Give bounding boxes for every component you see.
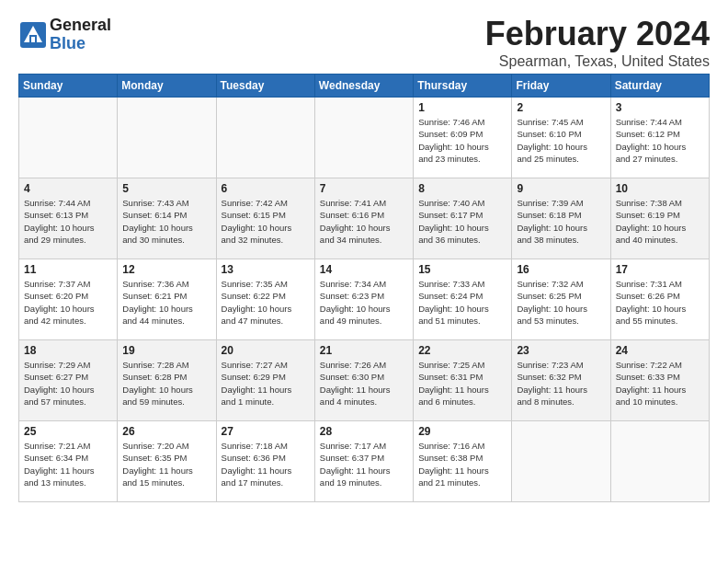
day-number: 5 xyxy=(122,182,210,195)
day-info: Sunrise: 7:28 AM Sunset: 6:28 PM Dayligh… xyxy=(122,359,210,408)
day-info: Sunrise: 7:35 AM Sunset: 6:22 PM Dayligh… xyxy=(222,278,310,327)
day-of-week-header: Thursday xyxy=(414,75,512,98)
logo-icon xyxy=(20,22,46,48)
calendar-day-cell: 1Sunrise: 7:46 AM Sunset: 6:09 PM Daylig… xyxy=(414,98,512,178)
day-info: Sunrise: 7:42 AM Sunset: 6:15 PM Dayligh… xyxy=(222,197,310,246)
day-info: Sunrise: 7:37 AM Sunset: 6:20 PM Dayligh… xyxy=(24,278,112,327)
calendar-day-cell xyxy=(512,421,610,502)
day-info: Sunrise: 7:44 AM Sunset: 6:12 PM Dayligh… xyxy=(616,116,704,165)
day-number: 6 xyxy=(222,182,310,195)
calendar-day-cell xyxy=(216,98,314,178)
calendar-table: SundayMondayTuesdayWednesdayThursdayFrid… xyxy=(18,74,710,502)
calendar-header-row: SundayMondayTuesdayWednesdayThursdayFrid… xyxy=(19,75,710,98)
day-info: Sunrise: 7:17 AM Sunset: 6:37 PM Dayligh… xyxy=(320,440,408,488)
day-number: 7 xyxy=(320,182,408,195)
day-info: Sunrise: 7:39 AM Sunset: 6:18 PM Dayligh… xyxy=(517,197,605,246)
calendar-day-cell: 8Sunrise: 7:40 AM Sunset: 6:17 PM Daylig… xyxy=(414,178,512,259)
day-number: 24 xyxy=(616,344,704,357)
calendar-day-cell: 17Sunrise: 7:31 AM Sunset: 6:26 PM Dayli… xyxy=(610,259,709,340)
calendar-day-cell: 28Sunrise: 7:17 AM Sunset: 6:37 PM Dayli… xyxy=(314,421,413,502)
day-number: 20 xyxy=(222,344,310,357)
calendar-day-cell: 4Sunrise: 7:44 AM Sunset: 6:13 PM Daylig… xyxy=(19,178,118,259)
calendar-day-cell xyxy=(118,98,216,178)
day-info: Sunrise: 7:41 AM Sunset: 6:16 PM Dayligh… xyxy=(320,197,408,246)
svg-rect-3 xyxy=(31,37,35,42)
day-info: Sunrise: 7:33 AM Sunset: 6:24 PM Dayligh… xyxy=(418,278,506,327)
day-info: Sunrise: 7:38 AM Sunset: 6:19 PM Dayligh… xyxy=(616,197,704,246)
day-info: Sunrise: 7:22 AM Sunset: 6:33 PM Dayligh… xyxy=(616,359,704,408)
day-info: Sunrise: 7:16 AM Sunset: 6:38 PM Dayligh… xyxy=(418,440,506,488)
calendar-day-cell: 15Sunrise: 7:33 AM Sunset: 6:24 PM Dayli… xyxy=(414,259,512,340)
day-number: 3 xyxy=(616,101,704,114)
day-number: 4 xyxy=(24,182,112,195)
location-subtitle: Spearman, Texas, United States xyxy=(18,53,710,70)
calendar-day-cell: 20Sunrise: 7:27 AM Sunset: 6:29 PM Dayli… xyxy=(216,340,314,421)
day-number: 29 xyxy=(418,425,506,438)
calendar-day-cell: 19Sunrise: 7:28 AM Sunset: 6:28 PM Dayli… xyxy=(118,340,216,421)
calendar-day-cell: 22Sunrise: 7:25 AM Sunset: 6:31 PM Dayli… xyxy=(414,340,512,421)
day-info: Sunrise: 7:25 AM Sunset: 6:31 PM Dayligh… xyxy=(418,359,506,408)
logo: General Blue xyxy=(20,17,111,53)
day-info: Sunrise: 7:18 AM Sunset: 6:36 PM Dayligh… xyxy=(222,440,310,488)
day-number: 14 xyxy=(320,263,408,276)
calendar-day-cell: 6Sunrise: 7:42 AM Sunset: 6:15 PM Daylig… xyxy=(216,178,314,259)
logo-line2: Blue xyxy=(50,35,111,53)
day-number: 25 xyxy=(24,425,112,438)
day-info: Sunrise: 7:32 AM Sunset: 6:25 PM Dayligh… xyxy=(517,278,605,327)
day-number: 21 xyxy=(320,344,408,357)
day-number: 10 xyxy=(616,182,704,195)
day-info: Sunrise: 7:21 AM Sunset: 6:34 PM Dayligh… xyxy=(24,440,112,488)
calendar-week-row: 25Sunrise: 7:21 AM Sunset: 6:34 PM Dayli… xyxy=(19,421,710,502)
day-info: Sunrise: 7:43 AM Sunset: 6:14 PM Dayligh… xyxy=(122,197,210,246)
day-number: 22 xyxy=(418,344,506,357)
day-number: 19 xyxy=(122,344,210,357)
month-year-title: February 2024 xyxy=(18,15,710,53)
calendar-day-cell: 26Sunrise: 7:20 AM Sunset: 6:35 PM Dayli… xyxy=(118,421,216,502)
calendar-day-cell: 23Sunrise: 7:23 AM Sunset: 6:32 PM Dayli… xyxy=(512,340,610,421)
calendar-week-row: 1Sunrise: 7:46 AM Sunset: 6:09 PM Daylig… xyxy=(19,98,710,178)
calendar-day-cell: 18Sunrise: 7:29 AM Sunset: 6:27 PM Dayli… xyxy=(19,340,118,421)
day-number: 27 xyxy=(222,425,310,438)
calendar-day-cell: 5Sunrise: 7:43 AM Sunset: 6:14 PM Daylig… xyxy=(118,178,216,259)
calendar-week-row: 4Sunrise: 7:44 AM Sunset: 6:13 PM Daylig… xyxy=(19,178,710,259)
day-number: 15 xyxy=(418,263,506,276)
day-number: 2 xyxy=(517,101,605,114)
day-info: Sunrise: 7:20 AM Sunset: 6:35 PM Dayligh… xyxy=(122,440,210,488)
day-number: 28 xyxy=(320,425,408,438)
calendar-day-cell: 11Sunrise: 7:37 AM Sunset: 6:20 PM Dayli… xyxy=(19,259,118,340)
day-info: Sunrise: 7:44 AM Sunset: 6:13 PM Dayligh… xyxy=(24,197,112,246)
calendar-day-cell: 9Sunrise: 7:39 AM Sunset: 6:18 PM Daylig… xyxy=(512,178,610,259)
day-info: Sunrise: 7:45 AM Sunset: 6:10 PM Dayligh… xyxy=(517,116,605,165)
calendar-day-cell: 27Sunrise: 7:18 AM Sunset: 6:36 PM Dayli… xyxy=(216,421,314,502)
day-number: 23 xyxy=(517,344,605,357)
day-of-week-header: Saturday xyxy=(610,75,709,98)
calendar-day-cell: 21Sunrise: 7:26 AM Sunset: 6:30 PM Dayli… xyxy=(314,340,413,421)
calendar-day-cell: 2Sunrise: 7:45 AM Sunset: 6:10 PM Daylig… xyxy=(512,98,610,178)
day-info: Sunrise: 7:26 AM Sunset: 6:30 PM Dayligh… xyxy=(320,359,408,408)
day-info: Sunrise: 7:36 AM Sunset: 6:21 PM Dayligh… xyxy=(122,278,210,327)
day-number: 13 xyxy=(222,263,310,276)
logo-line1: General xyxy=(50,17,111,35)
calendar-header: February 2024 Spearman, Texas, United St… xyxy=(18,15,710,70)
day-of-week-header: Tuesday xyxy=(216,75,314,98)
calendar-day-cell: 16Sunrise: 7:32 AM Sunset: 6:25 PM Dayli… xyxy=(512,259,610,340)
calendar-day-cell: 24Sunrise: 7:22 AM Sunset: 6:33 PM Dayli… xyxy=(610,340,709,421)
calendar-day-cell: 3Sunrise: 7:44 AM Sunset: 6:12 PM Daylig… xyxy=(610,98,709,178)
day-info: Sunrise: 7:29 AM Sunset: 6:27 PM Dayligh… xyxy=(24,359,112,408)
calendar-day-cell: 7Sunrise: 7:41 AM Sunset: 6:16 PM Daylig… xyxy=(314,178,413,259)
day-of-week-header: Monday xyxy=(118,75,216,98)
calendar-day-cell: 13Sunrise: 7:35 AM Sunset: 6:22 PM Dayli… xyxy=(216,259,314,340)
day-number: 1 xyxy=(418,101,506,114)
day-number: 12 xyxy=(122,263,210,276)
day-number: 26 xyxy=(122,425,210,438)
day-info: Sunrise: 7:27 AM Sunset: 6:29 PM Dayligh… xyxy=(222,359,310,408)
day-of-week-header: Friday xyxy=(512,75,610,98)
calendar-week-row: 11Sunrise: 7:37 AM Sunset: 6:20 PM Dayli… xyxy=(19,259,710,340)
day-info: Sunrise: 7:40 AM Sunset: 6:17 PM Dayligh… xyxy=(418,197,506,246)
calendar-day-cell: 25Sunrise: 7:21 AM Sunset: 6:34 PM Dayli… xyxy=(19,421,118,502)
day-number: 11 xyxy=(24,263,112,276)
day-number: 18 xyxy=(24,344,112,357)
day-of-week-header: Sunday xyxy=(19,75,118,98)
calendar-day-cell xyxy=(314,98,413,178)
day-number: 17 xyxy=(616,263,704,276)
